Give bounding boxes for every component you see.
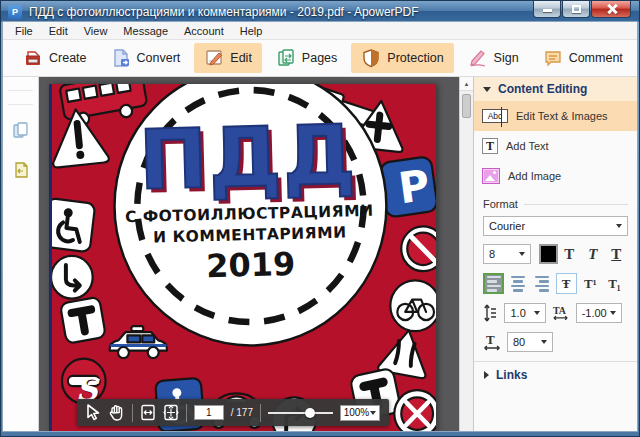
- main-toolbar: Create Convert Edit Pages Protection Sig…: [3, 40, 637, 77]
- chevron-down-icon: [534, 311, 540, 315]
- cover-title: ПДД: [102, 116, 394, 199]
- alignment-row: Ŧ T¹ T₁: [483, 273, 628, 294]
- edit-text-images-item[interactable]: Abc Edit Text & Images: [474, 101, 637, 131]
- subscript-button[interactable]: T₁: [604, 273, 625, 294]
- close-button[interactable]: [591, 1, 631, 18]
- select-tool-button[interactable]: [86, 404, 101, 421]
- edit-button[interactable]: Edit: [194, 43, 262, 73]
- title-bar[interactable]: P ПДД с фотоиллюстрациями и комментариям…: [1, 1, 639, 22]
- close-icon: [607, 4, 617, 14]
- pages-button[interactable]: Pages: [266, 43, 347, 73]
- underline-button[interactable]: T: [605, 246, 628, 263]
- add-image-item[interactable]: Add Image: [474, 161, 637, 191]
- sign-button[interactable]: Sign: [458, 43, 529, 73]
- page-thumbnails-icon[interactable]: [12, 121, 30, 139]
- convert-button[interactable]: Convert: [101, 43, 191, 73]
- fit-width-icon: [140, 404, 156, 421]
- navigation-sidebar: [3, 77, 39, 431]
- edit-label: Edit: [230, 51, 252, 65]
- spacing-row: 1.0 TA -1.00: [483, 303, 628, 323]
- mountain-shape: [485, 175, 495, 181]
- zoom-slider[interactable]: [268, 406, 333, 420]
- scroll-up-button[interactable]: ▲: [460, 77, 473, 91]
- bookmarks-icon[interactable]: [12, 161, 30, 179]
- horizontal-scale-select[interactable]: 80: [507, 332, 553, 352]
- font-color-swatch[interactable]: [539, 244, 558, 264]
- content-editing-header[interactable]: Content Editing: [474, 77, 637, 101]
- page-count-label: / 177: [231, 407, 253, 418]
- zoom-level-select[interactable]: 100%: [340, 405, 380, 421]
- sign-label: Sign: [494, 51, 519, 65]
- italic-button[interactable]: T: [581, 246, 604, 263]
- align-right-button[interactable]: [532, 273, 553, 294]
- sidebar-divider: [8, 90, 33, 91]
- menu-help[interactable]: Help: [240, 25, 263, 37]
- protection-icon: [361, 48, 381, 68]
- main-area: P: [3, 77, 637, 431]
- scrollbar-thumb[interactable]: [462, 94, 471, 118]
- links-section-header[interactable]: Links: [474, 361, 637, 387]
- align-left-button[interactable]: [483, 273, 504, 294]
- hand-icon: [108, 404, 125, 421]
- create-label: Create: [49, 51, 87, 65]
- menu-view[interactable]: View: [84, 25, 108, 37]
- no-parking-sign: [394, 390, 436, 431]
- toolbar-separator: [186, 404, 187, 422]
- protection-button[interactable]: Protection: [351, 43, 453, 73]
- pages-label: Pages: [302, 51, 337, 65]
- menu-message[interactable]: Message: [123, 25, 168, 37]
- t-sign: [60, 297, 106, 344]
- char-spacing-select[interactable]: -1.00: [576, 303, 622, 323]
- font-size-value: 8: [489, 248, 495, 260]
- chevron-down-icon: [610, 311, 616, 315]
- menu-file[interactable]: File: [15, 25, 33, 37]
- line-spacing-value: 1.0: [510, 307, 525, 319]
- align-left-icon: [487, 276, 501, 292]
- menu-account[interactable]: Account: [184, 25, 224, 37]
- subscript-icon: T₁: [608, 276, 621, 292]
- app-window: P ПДД с фотоиллюстрациями и комментариям…: [0, 0, 640, 437]
- edit-text-images-label: Edit Text & Images: [516, 110, 608, 122]
- line-spacing-select[interactable]: 1.0: [504, 303, 545, 323]
- chevron-down-icon: [519, 252, 525, 256]
- superscript-icon: T¹: [584, 276, 597, 292]
- zoom-slider-knob[interactable]: [305, 408, 315, 418]
- font-family-select[interactable]: Courier: [483, 216, 628, 236]
- font-style-row: 8 T T T: [483, 244, 628, 264]
- fit-page-button[interactable]: [163, 404, 179, 421]
- protection-label: Protection: [387, 51, 443, 65]
- create-button[interactable]: Create: [13, 43, 97, 73]
- char-spacing-icon: TA: [552, 304, 570, 322]
- document-canvas[interactable]: P: [39, 77, 459, 431]
- content-editing-title: Content Editing: [498, 82, 587, 96]
- format-label: Format: [483, 198, 518, 210]
- align-right-icon: [535, 276, 549, 292]
- minimize-button[interactable]: [533, 1, 561, 18]
- comment-label: Comment: [569, 51, 623, 65]
- no-stop-sign: [401, 226, 436, 271]
- bold-button[interactable]: T: [558, 246, 581, 263]
- zoom-level-value: 100%: [344, 407, 370, 418]
- maximize-button[interactable]: [562, 1, 590, 18]
- app-icon: P: [8, 5, 22, 19]
- sidebar-divider: [8, 104, 33, 105]
- page-number-input[interactable]: [194, 405, 224, 420]
- horizontal-scale-icon: T: [483, 333, 501, 351]
- pdf-page[interactable]: P: [49, 84, 436, 431]
- hand-tool-button[interactable]: [108, 404, 125, 421]
- superscript-button[interactable]: T¹: [580, 273, 601, 294]
- align-center-button[interactable]: [507, 273, 528, 294]
- scale-row: T 80: [483, 332, 628, 352]
- fit-width-button[interactable]: [140, 404, 156, 421]
- toolbar-separator: [260, 404, 261, 422]
- comment-button[interactable]: Comment: [533, 43, 633, 73]
- menu-edit[interactable]: Edit: [49, 25, 68, 37]
- svg-text:TA: TA: [553, 305, 567, 316]
- strikethrough-button[interactable]: Ŧ: [556, 273, 577, 294]
- font-size-select[interactable]: 8: [483, 244, 531, 264]
- pages-icon: [276, 48, 296, 68]
- add-text-item[interactable]: T Add Text: [474, 131, 637, 161]
- document-scrollbar[interactable]: ▲: [459, 77, 473, 431]
- add-image-icon: [482, 168, 500, 184]
- svg-text:T: T: [486, 333, 495, 347]
